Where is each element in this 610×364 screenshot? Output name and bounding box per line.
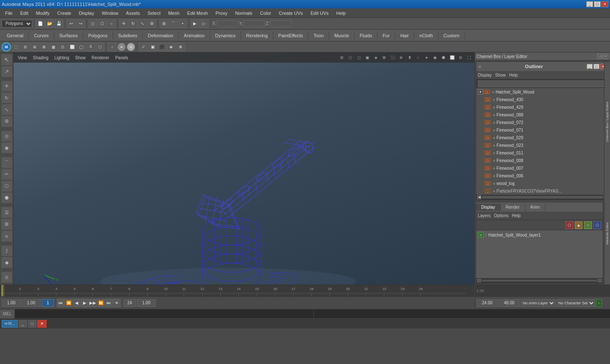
maximize-button[interactable]: □	[594, 1, 601, 7]
tb2-btn6[interactable]: ⊡	[58, 43, 67, 51]
tab-general[interactable]: General	[2, 31, 29, 40]
task-max-btn[interactable]: □	[28, 320, 36, 328]
out-menu-show[interactable]: Show	[495, 73, 506, 77]
tb2-geo[interactable]: ▣	[148, 43, 157, 51]
universal-tool[interactable]: ⚙	[1, 116, 12, 127]
tb2-geo2[interactable]: ⬛	[158, 43, 166, 51]
tb2-light2[interactable]: ●	[117, 43, 126, 51]
outliner-item-7[interactable]: ⬡ ○ Firewood_011	[476, 149, 609, 157]
lr-layers[interactable]: Layers	[478, 213, 491, 218]
layer-btn[interactable]: ☰	[1, 207, 12, 218]
poly-tool[interactable]: ⬡	[1, 181, 12, 192]
vp-view[interactable]: View	[15, 55, 30, 61]
menu-select[interactable]: Select	[144, 10, 164, 17]
task-min-btn[interactable]: _	[19, 320, 27, 328]
lasso-tool[interactable]: ⌒	[1, 157, 12, 168]
tb2-geo4[interactable]: ⊕	[176, 43, 185, 51]
out-menu-help[interactable]: Help	[509, 73, 518, 77]
outliner-item-1[interactable]: ⬡ ○ Firewood_429	[476, 103, 609, 111]
play-fwd[interactable]: ▶	[81, 299, 89, 307]
outliner-minimize[interactable]: _	[587, 64, 593, 69]
paint-btn[interactable]: ○	[107, 19, 116, 28]
play-next-key[interactable]: ⏩	[97, 299, 105, 307]
vp-icon16[interactable]: ⛶	[465, 54, 473, 61]
tab-anim[interactable]: Anim	[525, 204, 546, 211]
show-manip[interactable]: ◉	[1, 142, 12, 153]
menu-display[interactable]: Display	[75, 10, 97, 17]
tab-fluids[interactable]: Fluids	[355, 31, 377, 40]
tb2-btn8[interactable]: ◯	[77, 43, 86, 51]
tab-ncloth[interactable]: nCloth	[414, 31, 438, 40]
tab-subdives[interactable]: Subdives	[113, 31, 143, 40]
tab-curves[interactable]: Curves	[29, 31, 54, 40]
anim-end-field[interactable]	[123, 299, 136, 307]
cut-tool[interactable]: ✂	[1, 169, 12, 180]
undo-btn[interactable]: ↩	[67, 19, 75, 28]
lr-icon4[interactable]: ⬡	[593, 221, 601, 229]
cmdline-input[interactable]	[15, 309, 313, 318]
vp-icon9[interactable]: ⧗	[406, 54, 413, 61]
cb-icon2[interactable]: ✏	[603, 54, 608, 59]
tab-surfaces[interactable]: Surfaces	[54, 31, 83, 40]
tb2-btn5[interactable]: ▦	[49, 43, 58, 51]
select-btn[interactable]: ◻	[89, 19, 97, 28]
minimize-button[interactable]: _	[586, 1, 593, 7]
menu-color[interactable]: Color	[257, 10, 274, 17]
vp-icon7[interactable]: ⬛	[389, 54, 396, 61]
layer-row[interactable]: V / Hatchet_Split_Wood_layer1	[478, 232, 601, 238]
anim-right-btn[interactable]: ▷	[596, 299, 602, 307]
new-btn[interactable]: 📄	[36, 19, 44, 28]
anim-cur-field[interactable]	[22, 299, 41, 307]
vp-icon11[interactable]: ●	[423, 54, 430, 61]
layer3-btn[interactable]: ≡	[1, 231, 12, 242]
outliner-item-10[interactable]: ⬡ ○ Firewood_006	[476, 172, 609, 179]
vp-icon10[interactable]: ○	[414, 54, 422, 61]
extrude-tool[interactable]: ⬢	[1, 193, 12, 204]
open-btn[interactable]: 📂	[45, 19, 54, 28]
vp-icon12[interactable]: ◉	[431, 54, 439, 61]
play-record[interactable]: ⏺	[113, 299, 121, 307]
tab-painteffects[interactable]: PaintEffects	[273, 31, 309, 40]
joint-btn[interactable]: ◆	[1, 257, 12, 268]
xform-btn[interactable]: ⚙	[147, 19, 156, 28]
scale-btn[interactable]: ⤡	[138, 19, 147, 28]
vp-shading[interactable]: Shading	[30, 55, 51, 61]
vp-icon8[interactable]: ⊕	[397, 54, 405, 61]
tb2-btn7[interactable]: ⬜	[68, 43, 76, 51]
viewport[interactable]: View Shading Lighting Show Renderer Pane…	[14, 52, 474, 284]
menu-create[interactable]: Create	[54, 10, 75, 17]
tb2-btn9[interactable]: ⧖	[86, 43, 95, 51]
outliner-item-6[interactable]: ⬡ ○ Firewood_023	[476, 141, 609, 149]
lasso-btn[interactable]: ⬡	[98, 19, 106, 28]
render-btn[interactable]: ▶	[191, 19, 199, 28]
anim-range-end-r[interactable]	[499, 299, 520, 307]
tb2-geo3[interactable]: ◈	[167, 43, 175, 51]
menu-editmesh[interactable]: Edit Mesh	[184, 10, 211, 17]
outliner-item-2[interactable]: ⬡ ○ Firewood_088	[476, 111, 609, 119]
vp-icon3[interactable]: ◻	[355, 54, 363, 61]
hscroll-left[interactable]: ◀	[477, 195, 481, 199]
ik-btn[interactable]: ⤴	[1, 245, 12, 256]
tab-polygons[interactable]: Polygons	[83, 31, 113, 40]
tb2-btn2[interactable]: ⊟	[21, 43, 30, 51]
rotate-btn[interactable]: ↻	[129, 19, 137, 28]
outliner-item-0[interactable]: ⬡ ○ Firewood_430	[476, 96, 609, 103]
menu-modify[interactable]: Modify	[33, 10, 53, 17]
anim-range-start-r[interactable]	[477, 299, 498, 307]
vp-icon1[interactable]: ⊞	[338, 54, 346, 61]
vp-lighting[interactable]: Lighting	[52, 55, 72, 61]
lr-help[interactable]: Help	[512, 213, 521, 218]
anim-range-end[interactable]	[137, 299, 156, 307]
lr-icon1[interactable]: ⬡	[566, 221, 573, 229]
vp-icon13[interactable]: ⬢	[440, 54, 447, 61]
outliner-item-8[interactable]: ⬡ ○ Firewood_008	[476, 157, 609, 164]
menu-file[interactable]: File	[2, 10, 16, 17]
outliner-item-9[interactable]: ⬡ ○ Firewood_007	[476, 164, 609, 172]
char-set-dropdown[interactable]: No Character Set	[556, 299, 595, 307]
tb2-btn4[interactable]: ⊠	[40, 43, 48, 51]
snap-curve[interactable]: ⌒	[169, 19, 177, 28]
tab-rendering[interactable]: Rendering	[241, 31, 273, 40]
lr-icon2[interactable]: ▲	[575, 221, 582, 229]
outliner-maximize[interactable]: □	[593, 64, 599, 69]
scale-tool[interactable]: ⤡	[1, 104, 12, 115]
